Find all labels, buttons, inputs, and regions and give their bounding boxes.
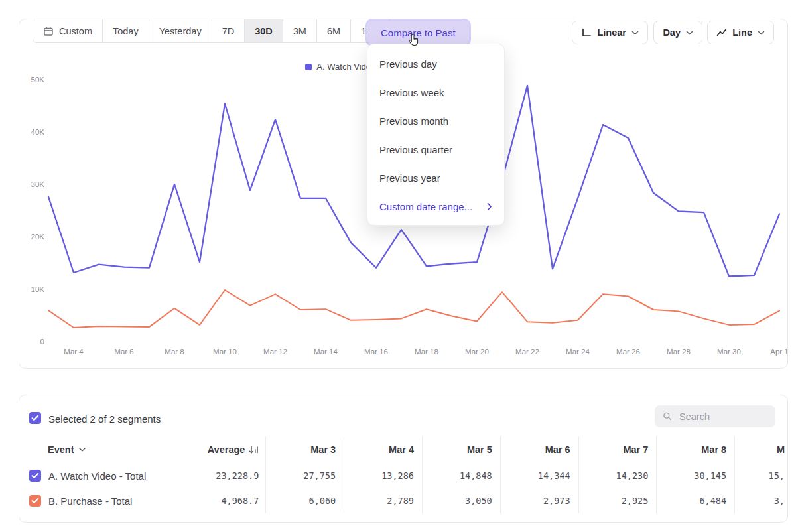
value-cell: 14,230 [578, 463, 657, 488]
linear-scale-icon [581, 27, 592, 38]
search-input[interactable] [678, 411, 767, 423]
menu-item-previous-month[interactable]: Previous month [367, 107, 504, 135]
scale-dropdown-button[interactable]: Linear [572, 21, 648, 44]
check-icon [31, 415, 39, 421]
segments-header: Selected 2 of 2 segments [19, 395, 787, 436]
date-range-group: Custom Today Yesterday 7D 30D 3M 6M 12M [33, 19, 390, 43]
menu-item-previous-week[interactable]: Previous week [367, 78, 504, 107]
menu-item-previous-year[interactable]: Previous year [367, 164, 504, 192]
date-column-header-clipped: M [734, 436, 787, 463]
chevron-down-icon [631, 31, 639, 35]
chevron-down-icon [686, 31, 693, 35]
menu-item-previous-quarter[interactable]: Previous quarter [367, 135, 504, 164]
segment-label: A. Watch Video - Total [48, 470, 146, 482]
selected-count-label: Selected 2 of 2 segments [48, 413, 161, 425]
legend-swatch [305, 64, 312, 70]
value-cell-clipped: 3, [734, 488, 787, 513]
chevron-right-icon [487, 202, 492, 211]
date-column-header: Mar 7 [578, 436, 657, 463]
insights-report: Custom Today Yesterday 7D 30D 3M 6M 12M … [0, 0, 796, 532]
row-checkbox[interactable] [29, 495, 41, 507]
scale-label: Linear [597, 27, 626, 38]
date-column-header: Mar 4 [344, 436, 422, 463]
value-cell: 30,145 [656, 463, 734, 488]
line-chart-icon [716, 27, 727, 38]
compare-to-past-button[interactable]: Compare to Past [367, 21, 469, 44]
range-30d-button[interactable]: 30D [244, 19, 283, 43]
event-column-header[interactable]: Event [19, 444, 197, 455]
range-custom-button[interactable]: Custom [33, 19, 103, 43]
value-cell: 27,755 [265, 463, 344, 488]
interval-dropdown-button[interactable]: Day [653, 21, 702, 44]
average-column-header[interactable]: Average [197, 444, 266, 455]
row-checkbox[interactable] [29, 470, 41, 482]
value-cell: 14,848 [422, 463, 500, 488]
search-icon [663, 411, 672, 422]
search-box[interactable] [655, 405, 775, 427]
chart-type-label: Line [732, 27, 752, 38]
value-cell-clipped: 15, [734, 463, 787, 488]
value-cell: 2,973 [500, 488, 578, 513]
range-today-button[interactable]: Today [102, 19, 149, 43]
check-icon [31, 498, 39, 504]
table-row-watch-video[interactable]: A. Watch Video - Total 23,228.9 27,755 1… [19, 463, 787, 488]
average-header-label: Average [208, 444, 245, 455]
range-6m-button[interactable]: 6M [316, 19, 351, 43]
range-3m-button[interactable]: 3M [283, 19, 317, 43]
value-cell: 2,925 [578, 488, 657, 513]
average-value: 4,968.7 [197, 496, 266, 506]
select-all-checkbox[interactable] [29, 412, 41, 424]
value-cell: 14,344 [500, 463, 578, 488]
menu-item-custom-date-range[interactable]: Custom date range... [367, 192, 504, 221]
menu-item-previous-day[interactable]: Previous day [367, 50, 504, 78]
check-icon [31, 472, 39, 479]
chevron-down-icon [79, 448, 86, 452]
value-cell: 2,789 [344, 488, 422, 513]
segments-card: Selected 2 of 2 segments Event Average [19, 395, 788, 523]
range-7d-button[interactable]: 7D [212, 19, 245, 43]
date-column-header: Mar 8 [656, 436, 734, 463]
table-row-purchase[interactable]: B. Purchase - Total 4,968.7 6,060 2,789 … [19, 488, 787, 513]
value-cell: 3,050 [422, 488, 500, 513]
average-value: 23,228.9 [197, 470, 266, 481]
date-column-header: Mar 5 [422, 436, 500, 463]
table-header-row: Event Average Mar 3 Mar 4 Mar 5 Mar 6 Ma… [19, 436, 787, 463]
sort-icon[interactable] [249, 446, 259, 454]
event-header-label: Event [48, 444, 74, 455]
value-cell: 13,286 [344, 463, 422, 488]
range-yesterday-button[interactable]: Yesterday [149, 19, 212, 43]
range-label: Custom [59, 26, 92, 36]
value-cell: 6,484 [656, 488, 734, 513]
date-column-header: Mar 3 [265, 436, 344, 463]
calendar-icon [43, 26, 54, 36]
date-column-header: Mar 6 [500, 436, 578, 463]
value-cell: 6,060 [265, 488, 344, 513]
segment-label: B. Purchase - Total [48, 496, 132, 507]
interval-label: Day [663, 27, 681, 38]
custom-date-range-label: Custom date range... [379, 201, 472, 212]
chart-type-dropdown-button[interactable]: Line [707, 21, 774, 44]
compare-menu: Previous day Previous week Previous mont… [367, 44, 505, 226]
chevron-down-icon [758, 31, 765, 35]
